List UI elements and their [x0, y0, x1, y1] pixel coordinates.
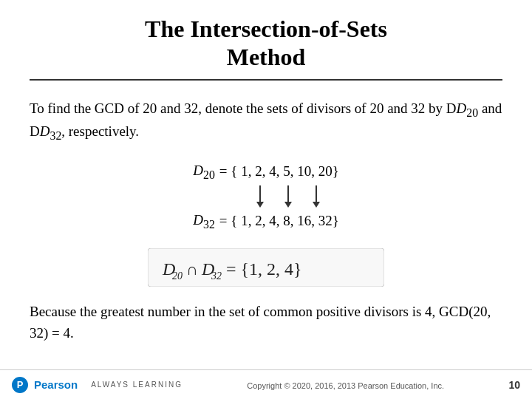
pearson-logo-letter: P	[17, 379, 24, 390]
d20-line: D20 = { 1, 2, 4, 5, 10, 20}	[193, 160, 339, 184]
pearson-logo-icon: P	[12, 377, 28, 393]
footer-center: Copyright © 2020, 2016, 2013 Pearson Edu…	[247, 378, 444, 392]
intro-paragraph: To find the GCD of 20 and 32, denote the…	[30, 98, 502, 145]
svg-text:20: 20	[172, 270, 183, 282]
arrow-head-3	[313, 202, 320, 208]
conclusion-text: Because the greatest number in the set o…	[30, 304, 491, 341]
page-number: 10	[508, 379, 520, 391]
formula-svg: D 20 ∩ D 32 = {1, 2, 4}	[148, 248, 384, 287]
svg-text:32: 32	[211, 270, 222, 282]
slide-container: The Intersection-of-Sets Method To find …	[0, 0, 532, 399]
sets-section: D20 = { 1, 2, 4, 5, 10, 20} D32	[30, 160, 502, 233]
footer-left: P Pearson ALWAYS LEARNING	[12, 377, 183, 393]
arrows-row	[212, 185, 320, 208]
always-learning-text: ALWAYS LEARNING	[91, 381, 183, 389]
intersection-formula-block: D 20 ∩ D 32 = {1, 2, 4}	[30, 248, 502, 287]
d20-symbol: D20	[193, 160, 215, 184]
footer: P Pearson ALWAYS LEARNING Copyright © 20…	[0, 369, 532, 399]
arrows-container	[256, 185, 320, 208]
svg-text:∩: ∩	[186, 260, 198, 279]
title-text: The Intersection-of-Sets Method	[145, 16, 387, 70]
intro-text-3: , respectively.	[61, 123, 139, 139]
slide-title: The Intersection-of-Sets Method	[30, 15, 502, 81]
arrow-head-1	[256, 202, 264, 208]
d20-equals-set: = { 1, 2, 4, 5, 10, 20}	[219, 160, 339, 183]
pearson-brand-text: Pearson	[34, 378, 78, 391]
arrow-line-3	[316, 185, 317, 202]
arrow-line-2	[287, 185, 289, 202]
arrow-head-2	[284, 202, 292, 208]
arrow-line-1	[259, 185, 261, 202]
d32-italic: D	[40, 123, 50, 139]
sub-32: 32	[50, 129, 61, 142]
copyright-text: Copyright © 2020, 2016, 2013 Pearson Edu…	[247, 381, 444, 390]
sub-20: 20	[466, 106, 478, 119]
intro-text-1: To find the GCD of 20 and 32, denote the…	[30, 100, 457, 116]
svg-text:= {1, 2, 4}: = {1, 2, 4}	[226, 259, 302, 279]
d32-symbol: D32	[193, 209, 215, 233]
arrow-2	[284, 185, 292, 208]
intro-d20: D20	[457, 100, 479, 116]
arrow-1	[256, 185, 264, 208]
footer-right: 10	[508, 378, 520, 392]
conclusion-paragraph: Because the greatest number in the set o…	[30, 301, 502, 344]
d32-equals-set: = { 1, 2, 4, 8, 16, 32}	[219, 210, 339, 232]
arrow-3	[313, 185, 320, 208]
d32-line: D32 = { 1, 2, 4, 8, 16, 32}	[193, 209, 339, 233]
